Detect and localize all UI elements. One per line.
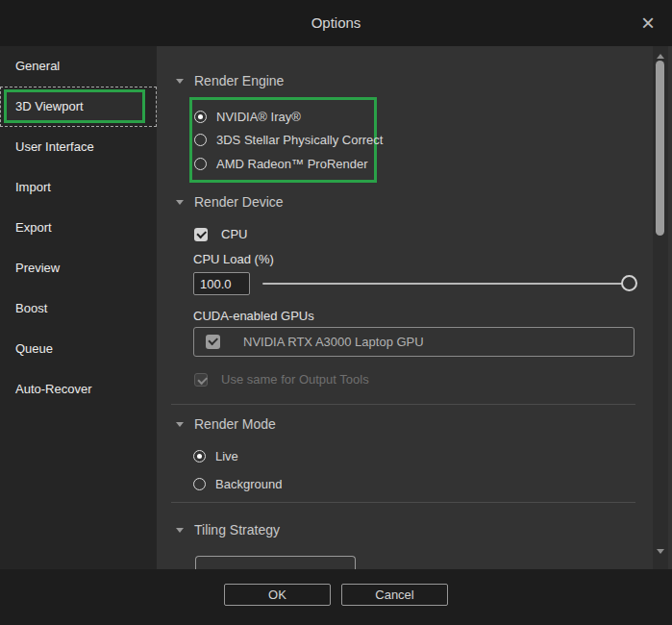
options-dialog: Options × General 3D Viewport User Inter… — [0, 0, 672, 625]
gpu-item-label: NVIDIA RTX A3000 Laptop GPU — [243, 335, 424, 349]
cpu-load-slider-handle[interactable] — [621, 275, 637, 291]
settings-pane: Render Engine NVIDIA® Iray® 3DS Stellar … — [157, 46, 672, 569]
radio-label: AMD Radeon™ ProRender — [216, 157, 368, 171]
ok-button[interactable]: OK — [224, 584, 331, 606]
close-button[interactable]: × — [632, 8, 664, 38]
cuda-gpus-label: CUDA-enabled GPUs — [193, 309, 314, 323]
checkbox-label: CPU — [221, 227, 247, 241]
render-mode-header[interactable]: Render Mode — [176, 416, 276, 432]
section-divider — [171, 404, 635, 405]
checkbox-checked-disabled-icon — [194, 373, 208, 387]
render-device-header[interactable]: Render Device — [176, 194, 284, 210]
section-divider — [171, 502, 635, 503]
section-title: Render Engine — [194, 73, 284, 88]
sidebar-item-queue[interactable]: Queue — [0, 329, 157, 369]
sidebar-item-label: Queue — [15, 341, 53, 356]
collapse-triangle-icon — [176, 79, 184, 84]
sidebar-item-label: Preview — [15, 261, 60, 275]
sidebar-item-label: Boost — [15, 301, 47, 315]
cancel-button[interactable]: Cancel — [341, 584, 448, 606]
render-engine-highlight-box: NVIDIA® Iray® 3DS Stellar Physically Cor… — [189, 97, 377, 183]
radio-icon — [194, 134, 207, 146]
scrollbar-thumb[interactable] — [656, 61, 664, 236]
collapse-triangle-icon — [176, 200, 184, 205]
radio-live[interactable]: Live — [193, 449, 238, 463]
arrow-down-icon — [657, 549, 664, 554]
sidebar-item-label: General — [15, 59, 60, 73]
radio-label: Live — [215, 449, 238, 463]
sidebar-item-general[interactable]: General — [0, 46, 157, 87]
radio-label: 3DS Stellar Physically Correct — [216, 133, 383, 147]
sidebar-item-auto-recover[interactable]: Auto-Recover — [0, 369, 157, 410]
dialog-footer: OK Cancel — [0, 569, 672, 625]
tiling-strategy-dropdown[interactable] — [195, 556, 356, 569]
close-icon: × — [641, 10, 655, 37]
cpu-checkbox-row[interactable]: CPU — [194, 227, 247, 241]
vertical-scrollbar[interactable] — [653, 46, 668, 569]
sidebar-item-label: Import — [15, 180, 51, 194]
cuda-gpu-list[interactable]: NVIDIA RTX A3000 Laptop GPU — [193, 327, 635, 357]
title-bar: Options × — [0, 0, 672, 46]
sidebar: General 3D Viewport User Interface Impor… — [0, 46, 157, 569]
collapse-triangle-icon — [176, 528, 184, 533]
radio-label: NVIDIA® Iray® — [216, 110, 301, 124]
checkbox-checked-icon — [206, 335, 220, 349]
sidebar-item-label: 3D Viewport — [15, 99, 84, 113]
sidebar-item-boost[interactable]: Boost — [0, 288, 157, 329]
use-same-output-tools-row: Use same for Output Tools — [194, 372, 369, 387]
section-title: Render Device — [194, 194, 284, 210]
tiling-strategy-header[interactable]: Tiling Strategy — [176, 522, 280, 538]
render-engine-header[interactable]: Render Engine — [176, 73, 284, 88]
radio-amd-radeon[interactable]: AMD Radeon™ ProRender — [192, 157, 374, 171]
cpu-load-input[interactable] — [193, 272, 250, 295]
arrow-up-icon — [657, 54, 664, 59]
sidebar-item-3d-viewport[interactable]: 3D Viewport — [0, 87, 157, 127]
collapse-triangle-icon — [176, 422, 184, 427]
radio-icon — [193, 450, 206, 462]
checkbox-label: Use same for Output Tools — [221, 372, 369, 387]
dialog-title: Options — [0, 0, 672, 46]
cpu-load-label: CPU Load (%) — [193, 252, 274, 266]
section-title: Tiling Strategy — [194, 522, 280, 538]
sidebar-item-label: User Interface — [15, 139, 94, 154]
radio-icon — [194, 111, 207, 123]
sidebar-item-export[interactable]: Export — [0, 208, 157, 248]
checkbox-checked-icon — [194, 228, 208, 241]
cpu-load-slider-track[interactable] — [262, 283, 633, 285]
sidebar-item-preview[interactable]: Preview — [0, 248, 157, 288]
sidebar-item-user-interface[interactable]: User Interface — [0, 127, 157, 167]
radio-3ds-stellar[interactable]: 3DS Stellar Physically Correct — [192, 133, 374, 147]
radio-background[interactable]: Background — [193, 477, 282, 491]
sidebar-item-import[interactable]: Import — [0, 167, 157, 208]
sidebar-item-label: Auto-Recover — [15, 382, 91, 396]
radio-label: Background — [215, 477, 282, 491]
radio-icon — [194, 158, 207, 170]
radio-nvidia-iray[interactable]: NVIDIA® Iray® — [192, 110, 374, 124]
scroll-down-button[interactable] — [653, 543, 668, 559]
radio-icon — [193, 478, 206, 490]
sidebar-item-label: Export — [15, 220, 52, 235]
section-title: Render Mode — [194, 416, 276, 432]
